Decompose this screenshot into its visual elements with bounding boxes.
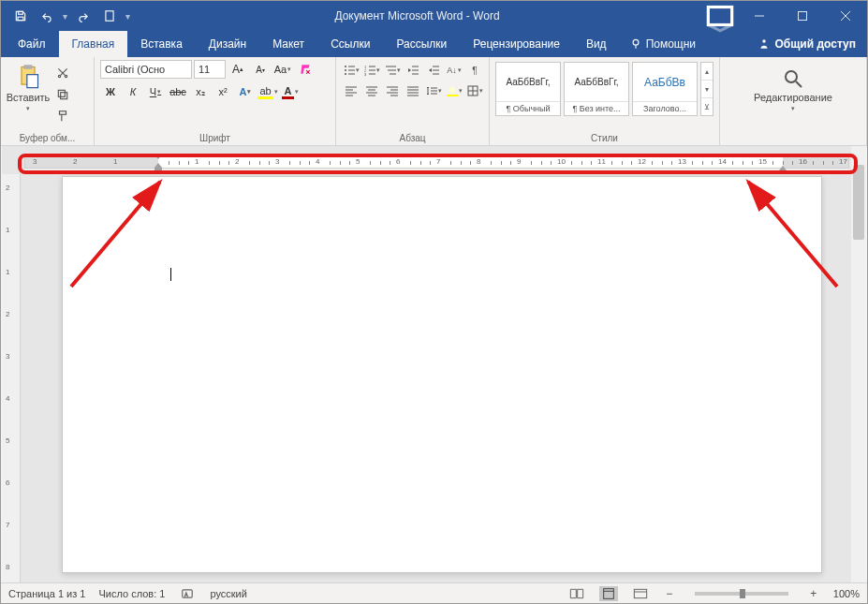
cut-icon[interactable]: [53, 64, 72, 82]
styles-expand-icon[interactable]: ⊻: [701, 98, 713, 115]
share-button[interactable]: Общий доступ: [746, 31, 867, 57]
grow-font-icon[interactable]: A▴: [228, 60, 248, 79]
paste-dropdown-icon[interactable]: ▾: [26, 105, 30, 112]
zoom-slider-thumb[interactable]: [740, 589, 745, 598]
tab-insert[interactable]: Вставка: [127, 31, 196, 57]
status-word-count[interactable]: Число слов: 1: [98, 588, 165, 599]
svg-rect-15: [61, 93, 67, 99]
bullets-icon[interactable]: [342, 62, 360, 79]
scrollbar-thumb[interactable]: [853, 165, 864, 240]
tab-file[interactable]: Файл: [5, 31, 59, 57]
maximize-button[interactable]: [781, 1, 824, 31]
horizontal-ruler[interactable]: 3211234567891011121314151617: [24, 154, 849, 170]
shading-icon[interactable]: [445, 82, 463, 99]
justify-icon[interactable]: [404, 82, 422, 99]
multilevel-list-icon[interactable]: [383, 62, 402, 79]
line-spacing-icon[interactable]: [424, 82, 443, 99]
svg-point-18: [345, 66, 346, 67]
svg-point-20: [345, 69, 346, 71]
save-icon[interactable]: [8, 4, 33, 28]
copy-icon[interactable]: [53, 85, 72, 104]
shrink-font-icon[interactable]: A▾: [250, 60, 271, 79]
document-page[interactable]: [62, 176, 822, 573]
superscript-button[interactable]: x²: [213, 82, 233, 101]
svg-rect-11: [23, 65, 32, 69]
styles-group-label: Стили: [495, 133, 714, 144]
show-marks-icon[interactable]: ¶: [465, 62, 484, 79]
undo-icon[interactable]: [35, 4, 59, 28]
print-layout-icon[interactable]: [599, 586, 618, 601]
numbering-icon[interactable]: 123: [362, 62, 381, 79]
styles-scroll-down-icon[interactable]: ▾: [701, 81, 713, 98]
zoom-level[interactable]: 100%: [833, 588, 860, 599]
italic-button[interactable]: К: [123, 82, 143, 101]
svg-point-62: [786, 71, 797, 82]
increase-indent-icon[interactable]: [424, 62, 443, 79]
strikethrough-button[interactable]: abc: [168, 82, 188, 101]
sort-icon[interactable]: A↓: [445, 62, 463, 79]
style-preview: АаБбВвГг,: [565, 63, 628, 101]
proofing-icon[interactable]: [178, 586, 197, 601]
tab-references[interactable]: Ссылки: [317, 31, 383, 57]
qa-dropdown-undo[interactable]: ▾: [63, 11, 67, 22]
style-heading1[interactable]: АаБбВв Заголово...: [632, 62, 698, 116]
vertical-ruler[interactable]: 2112345678: [2, 174, 21, 582]
align-center-icon[interactable]: [362, 82, 381, 99]
svg-rect-12: [27, 75, 38, 88]
style-normal[interactable]: АаБбВвГг, ¶ Обычный: [495, 62, 561, 116]
highlight-color-icon[interactable]: ab: [257, 82, 278, 101]
ribbon-display-options-icon[interactable]: [702, 1, 738, 31]
style-name: Заголово...: [633, 101, 697, 115]
svg-rect-1: [18, 17, 23, 21]
paragraph-group-label: Абзац: [342, 133, 483, 144]
format-painter-icon[interactable]: [53, 107, 72, 125]
subscript-button[interactable]: x₂: [190, 82, 211, 101]
editing-label: Редактирование: [754, 92, 832, 103]
editing-button[interactable]: Редактирование ▾: [746, 60, 840, 112]
tell-me-search[interactable]: Помощни: [629, 37, 696, 51]
tab-design[interactable]: Дизайн: [196, 31, 259, 57]
svg-text:3: 3: [364, 72, 367, 76]
status-language[interactable]: русский: [210, 588, 246, 599]
decrease-indent-icon[interactable]: [404, 62, 422, 79]
bold-button[interactable]: Ж: [100, 82, 121, 101]
new-doc-icon[interactable]: [97, 4, 122, 28]
tab-mailings[interactable]: Рассылки: [383, 31, 460, 57]
tell-me-label: Помощни: [646, 37, 696, 51]
style-no-spacing[interactable]: АаБбВвГг, ¶ Без инте...: [564, 62, 629, 116]
clear-formatting-icon[interactable]: [295, 60, 316, 79]
first-line-indent-marker[interactable]: [154, 155, 162, 169]
text-cursor: [170, 268, 171, 281]
tab-layout[interactable]: Макет: [259, 31, 317, 57]
read-mode-icon[interactable]: [567, 586, 586, 601]
vertical-scrollbar[interactable]: [851, 146, 866, 582]
tab-home[interactable]: Главная: [59, 31, 128, 57]
text-effects-icon[interactable]: A: [235, 82, 256, 101]
zoom-slider[interactable]: [695, 592, 788, 596]
svg-line-63: [796, 81, 802, 87]
paste-button[interactable]: Вставить ▾: [7, 60, 50, 112]
align-right-icon[interactable]: [383, 82, 402, 99]
close-button[interactable]: [824, 1, 867, 31]
status-page[interactable]: Страница 1 из 1: [8, 588, 85, 599]
font-color-icon[interactable]: A: [280, 82, 301, 101]
minimize-button[interactable]: [738, 1, 781, 31]
redo-icon[interactable]: [71, 4, 96, 28]
svg-point-8: [633, 39, 639, 45]
svg-rect-3: [708, 7, 731, 25]
font-name-combo[interactable]: [100, 60, 192, 79]
zoom-out-button[interactable]: −: [663, 587, 676, 600]
styles-scroll-up-icon[interactable]: ▴: [701, 63, 713, 81]
underline-button[interactable]: Ч: [145, 82, 166, 101]
font-size-combo[interactable]: [194, 60, 226, 79]
tab-view[interactable]: Вид: [573, 31, 620, 57]
qa-customize-dropdown[interactable]: ▾: [125, 11, 130, 22]
zoom-in-button[interactable]: +: [807, 587, 820, 600]
svg-rect-17: [60, 111, 66, 115]
change-case-icon[interactable]: Aa: [272, 60, 293, 79]
borders-icon[interactable]: [465, 82, 484, 99]
svg-rect-16: [58, 90, 65, 96]
web-layout-icon[interactable]: [631, 586, 650, 601]
tab-review[interactable]: Рецензирование: [460, 31, 573, 57]
align-left-icon[interactable]: [342, 82, 360, 99]
